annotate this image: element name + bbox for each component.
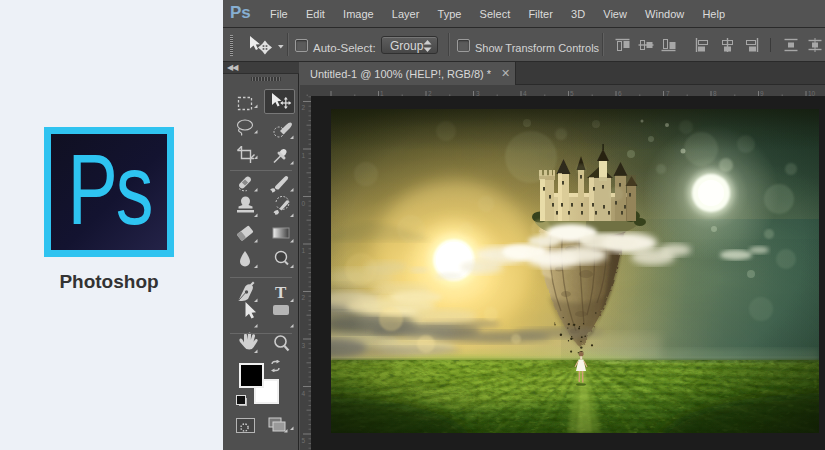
svg-text:1: 1 — [302, 247, 306, 254]
svg-text:2: 2 — [302, 104, 306, 111]
svg-text:5: 5 — [302, 437, 306, 444]
svg-text:4: 4 — [302, 390, 306, 397]
svg-text:T: T — [275, 283, 287, 302]
svg-text:0: 0 — [302, 200, 306, 207]
svg-text:2: 2 — [302, 294, 306, 301]
svg-text:3: 3 — [302, 342, 306, 349]
svg-text:1: 1 — [302, 152, 306, 159]
